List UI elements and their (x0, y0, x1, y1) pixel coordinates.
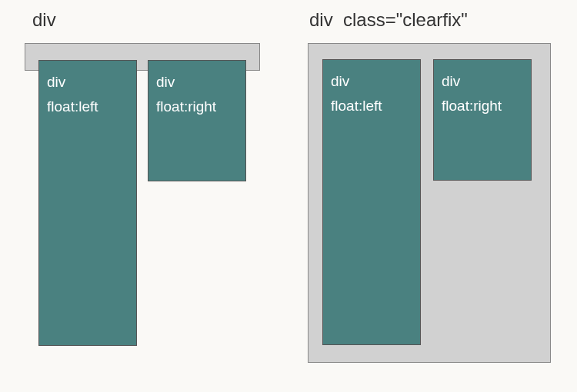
box-left-float-left: div float:left (38, 60, 137, 346)
box-left-float-right: div float:right (148, 60, 246, 181)
title-left: div (32, 9, 56, 31)
title-right-div: div (309, 9, 333, 30)
box-left-b-line1: div (156, 70, 238, 95)
box-right-b-line1: div (442, 69, 523, 94)
title-right: div class="clearfix" (309, 9, 468, 31)
box-right-a-line1: div (331, 69, 412, 94)
container-right-clearfix: div float:left div float:right (308, 43, 551, 363)
box-right-float-right: div float:right (433, 59, 532, 181)
box-right-b-line2: float:right (442, 94, 523, 118)
box-right-a-line2: float:left (331, 94, 412, 118)
box-left-a-line1: div (47, 70, 128, 95)
box-left-b-line2: float:right (156, 95, 238, 119)
box-right-float-left: div float:left (322, 59, 421, 345)
title-right-class: class="clearfix" (343, 9, 468, 30)
box-left-a-line2: float:left (47, 95, 128, 119)
